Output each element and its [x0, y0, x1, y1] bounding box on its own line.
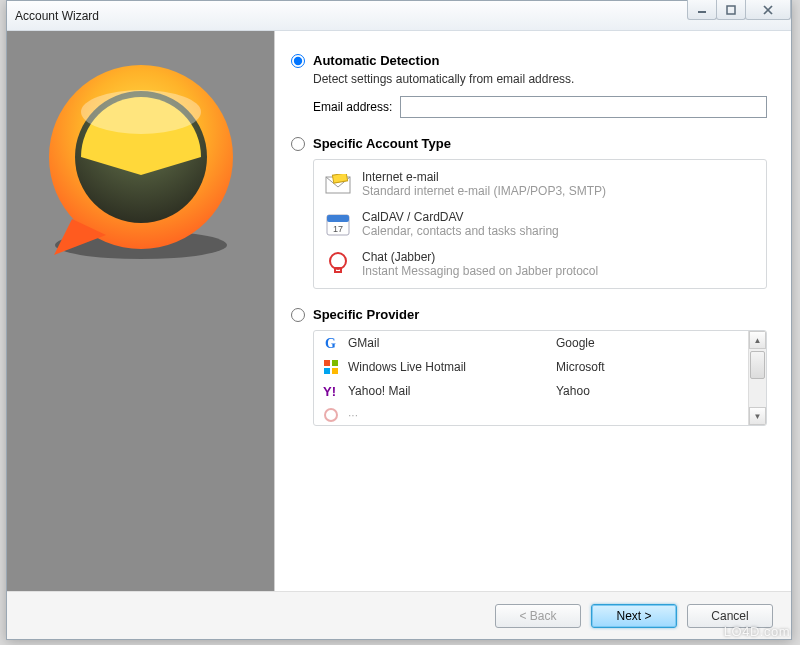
wizard-footer: < Back Next > Cancel	[7, 591, 791, 639]
provider-list-box: G GMail Google Windows Live Hotmail Micr…	[313, 330, 767, 426]
svg-text:Y!: Y!	[323, 384, 336, 399]
content-area: Automatic Detection Detect settings auto…	[7, 31, 791, 591]
specific-provider-label: Specific Provider	[313, 307, 419, 322]
yahoo-icon: Y!	[322, 382, 340, 400]
svg-rect-17	[324, 368, 330, 374]
svg-point-13	[330, 253, 346, 269]
provider-gmail[interactable]: G GMail Google	[314, 331, 748, 355]
email-address-label: Email address:	[313, 100, 392, 114]
wizard-main: Automatic Detection Detect settings auto…	[275, 31, 791, 591]
specific-account-type-label: Specific Account Type	[313, 136, 451, 151]
provider-company: Microsoft	[556, 360, 605, 374]
automatic-detection-desc: Detect settings automatically from email…	[313, 72, 767, 86]
calendar-icon: 17	[324, 210, 352, 238]
gmail-icon: G	[322, 334, 340, 352]
envelope-icon	[324, 170, 352, 198]
titlebar[interactable]: Account Wizard	[7, 1, 791, 31]
provider-icon	[322, 406, 340, 424]
account-type-list: Internet e-mail Standard internet e-mail…	[313, 159, 767, 289]
provider-more[interactable]: ···	[314, 403, 748, 425]
scroll-down-button[interactable]: ▼	[749, 407, 766, 425]
svg-rect-16	[332, 360, 338, 366]
provider-name: Yahoo! Mail	[348, 384, 548, 398]
automatic-detection-label: Automatic Detection	[313, 53, 439, 68]
account-type-caldav[interactable]: 17 CalDAV / CardDAV Calendar, contacts a…	[314, 204, 766, 244]
provider-yahoo[interactable]: Y! Yahoo! Mail Yahoo	[314, 379, 748, 403]
account-type-title: CalDAV / CardDAV	[362, 210, 756, 224]
wizard-sidebar	[7, 31, 275, 591]
specific-account-type-group: Specific Account Type Internet e-mail St…	[291, 136, 767, 289]
account-type-desc: Instant Messaging based on Jabber protoc…	[362, 264, 756, 278]
svg-text:17: 17	[333, 224, 343, 234]
maximize-button[interactable]	[716, 0, 746, 20]
provider-company: Yahoo	[556, 384, 590, 398]
svg-rect-18	[332, 368, 338, 374]
provider-name: Windows Live Hotmail	[348, 360, 548, 374]
provider-scrollbar[interactable]: ▲ ▼	[748, 331, 766, 425]
app-logo-icon	[36, 57, 246, 267]
scroll-up-button[interactable]: ▲	[749, 331, 766, 349]
svg-text:G: G	[325, 336, 336, 351]
close-button[interactable]	[745, 0, 791, 20]
watermark: LO4D.com	[724, 624, 790, 639]
specific-provider-radio[interactable]	[291, 308, 305, 322]
svg-rect-15	[324, 360, 330, 366]
window-title: Account Wizard	[15, 9, 99, 23]
account-type-title: Internet e-mail	[362, 170, 756, 184]
provider-list[interactable]: G GMail Google Windows Live Hotmail Micr…	[314, 331, 748, 425]
specific-account-type-radio[interactable]	[291, 137, 305, 151]
specific-provider-group: Specific Provider G GMail Google	[291, 307, 767, 426]
account-type-chat-jabber[interactable]: Chat (Jabber) Instant Messaging based on…	[314, 244, 766, 284]
scroll-thumb[interactable]	[750, 351, 765, 379]
back-button[interactable]: < Back	[495, 604, 581, 628]
automatic-detection-radio[interactable]	[291, 54, 305, 68]
svg-rect-1	[727, 6, 735, 14]
svg-point-7	[81, 90, 201, 134]
minimize-button[interactable]	[687, 0, 717, 20]
svg-rect-11	[327, 215, 349, 222]
account-type-desc: Calendar, contacts and tasks sharing	[362, 224, 756, 238]
automatic-detection-group: Automatic Detection Detect settings auto…	[291, 53, 767, 118]
account-wizard-window: Account Wizard	[6, 0, 792, 640]
account-type-internet-email[interactable]: Internet e-mail Standard internet e-mail…	[314, 164, 766, 204]
svg-point-20	[325, 409, 337, 421]
close-icon	[763, 5, 773, 15]
maximize-icon	[726, 5, 736, 15]
account-type-title: Chat (Jabber)	[362, 250, 756, 264]
provider-hotmail[interactable]: Windows Live Hotmail Microsoft	[314, 355, 748, 379]
minimize-icon	[697, 5, 707, 15]
provider-name: GMail	[348, 336, 548, 350]
provider-company: Google	[556, 336, 595, 350]
window-controls	[688, 0, 791, 20]
account-type-desc: Standard internet e-mail (IMAP/POP3, SMT…	[362, 184, 756, 198]
windows-icon	[322, 358, 340, 376]
lightbulb-icon	[324, 250, 352, 278]
scroll-track[interactable]	[749, 349, 766, 407]
next-button[interactable]: Next >	[591, 604, 677, 628]
email-address-input[interactable]	[400, 96, 767, 118]
provider-name: ···	[348, 408, 548, 422]
